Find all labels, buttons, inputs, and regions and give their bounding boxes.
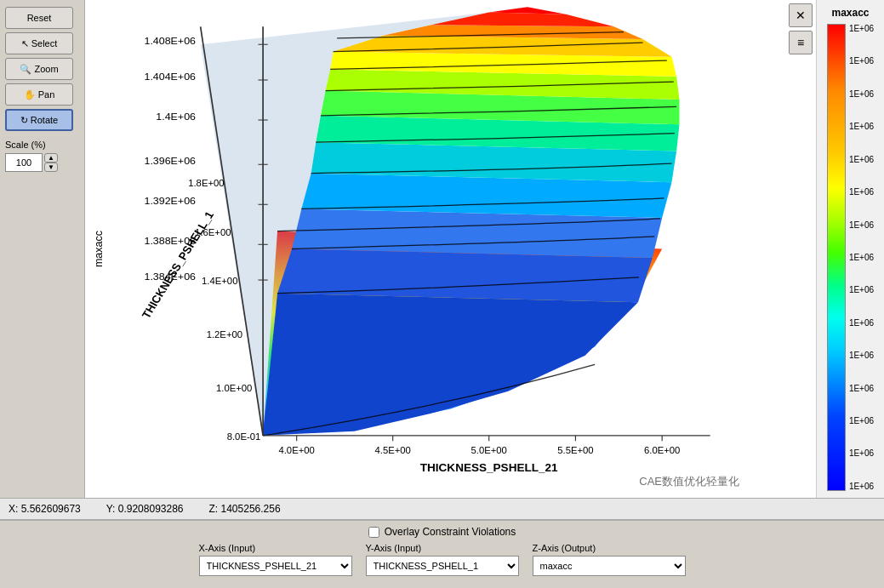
- y-axis-select[interactable]: THICKNESS_PSHELL_1: [366, 556, 519, 576]
- svg-text:8.0E-01: 8.0E-01: [227, 431, 261, 442]
- z-axis-select[interactable]: maxacc: [533, 556, 686, 576]
- settings-icon: ≡: [797, 36, 804, 49]
- y-coord: Y: 0.9208093286: [106, 503, 184, 515]
- zoom-button[interactable]: 🔍 Zoom: [5, 58, 73, 80]
- scale-input[interactable]: [5, 153, 43, 172]
- x-axis-group: X-Axis (Input) THICKNESS_PSHELL_21: [199, 543, 352, 576]
- z-axis-group: Z-Axis (Output) maxacc: [533, 543, 686, 576]
- scale-up-button[interactable]: ▲: [44, 153, 58, 163]
- surface-plot: 1.408E+06 1.404E+06 1.4E+06 1.396E+06 1.…: [85, 0, 816, 498]
- top-right-icons: ✕ ≡: [789, 3, 813, 54]
- svg-text:1.392E+06: 1.392E+06: [144, 196, 196, 207]
- select-button[interactable]: ↖ Select: [5, 32, 73, 54]
- scale-label: Scale (%): [5, 140, 79, 150]
- svg-marker-13: [277, 249, 653, 303]
- axis-selectors: X-Axis (Input) THICKNESS_PSHELL_21 Y-Axi…: [9, 543, 875, 576]
- cursor-icon: ↖: [21, 38, 29, 49]
- overlay-row: Overlay Constraint Violations: [9, 526, 875, 538]
- plot-area: Reset ↖ Select 🔍 Zoom ✋ Pan ↻ Rotate Sca…: [0, 0, 884, 498]
- y-axis-group: Y-Axis (Input) THICKNESS_PSHELL_1: [366, 543, 519, 576]
- x-coord: X: 5.562609673: [9, 503, 81, 515]
- close-icon-button[interactable]: ✕: [789, 3, 813, 27]
- rotate-icon: ↻: [20, 115, 28, 126]
- reset-button[interactable]: Reset: [5, 7, 73, 29]
- svg-text:4.0E+00: 4.0E+00: [278, 445, 314, 455]
- scale-row: ▲ ▼: [5, 153, 79, 172]
- plot-canvas: 1.408E+06 1.404E+06 1.4E+06 1.396E+06 1.…: [85, 0, 816, 498]
- main-container: Reset ↖ Select 🔍 Zoom ✋ Pan ↻ Rotate Sca…: [0, 0, 884, 588]
- svg-text:maxacc: maxacc: [92, 230, 106, 267]
- rotate-button[interactable]: ↻ Rotate: [5, 109, 73, 131]
- scale-down-button[interactable]: ▼: [44, 163, 58, 172]
- svg-text:5.5E+00: 5.5E+00: [557, 445, 593, 455]
- zoom-icon: 🔍: [20, 64, 31, 75]
- svg-text:4.5E+00: 4.5E+00: [374, 445, 410, 455]
- svg-text:1.408E+06: 1.408E+06: [144, 36, 196, 47]
- overlay-checkbox[interactable]: [368, 527, 379, 538]
- legend-gradient-bar: [827, 24, 846, 491]
- legend-title: maxacc: [831, 7, 869, 19]
- svg-text:1.396E+06: 1.396E+06: [144, 156, 196, 167]
- settings-icon-button[interactable]: ≡: [789, 31, 813, 54]
- z-coord: Z: 1405256.256: [209, 503, 281, 515]
- pan-icon: ✋: [24, 89, 36, 100]
- x-axis-select[interactable]: THICKNESS_PSHELL_21: [199, 556, 352, 576]
- svg-text:1.4E+00: 1.4E+00: [202, 277, 237, 287]
- legend-bar: 1E+06 1E+06 1E+06 1E+06 1E+06 1E+06 1E+0…: [827, 24, 874, 491]
- svg-text:1.404E+06: 1.404E+06: [144, 71, 196, 82]
- watermark: CAE数值优化轻量化: [639, 474, 739, 489]
- svg-text:1.4E+06: 1.4E+06: [156, 111, 196, 122]
- y-axis-label: Y-Axis (Input): [366, 543, 519, 553]
- z-axis-label: Z-Axis (Output): [533, 543, 686, 553]
- svg-text:1.2E+00: 1.2E+00: [207, 329, 242, 340]
- overlay-label: Overlay Constraint Violations: [385, 526, 516, 538]
- bottom-controls: Overlay Constraint Violations X-Axis (In…: [0, 520, 884, 588]
- color-legend: maxacc 1E+06 1E+06 1E+06 1E+06 1E+06 1E+…: [816, 0, 884, 498]
- svg-text:5.0E+00: 5.0E+00: [471, 445, 507, 455]
- legend-labels: 1E+06 1E+06 1E+06 1E+06 1E+06 1E+06 1E+0…: [849, 24, 874, 491]
- svg-text:6.0E+00: 6.0E+00: [644, 445, 680, 455]
- scale-spinner: ▲ ▼: [44, 153, 58, 172]
- svg-text:THICKNESS_PSHELL_21: THICKNESS_PSHELL_21: [420, 461, 558, 473]
- close-icon: ✕: [796, 9, 806, 22]
- x-axis-label: X-Axis (Input): [199, 543, 352, 553]
- status-bar: X: 5.562609673 Y: 0.9208093286 Z: 140525…: [0, 498, 884, 520]
- toolbar: Reset ↖ Select 🔍 Zoom ✋ Pan ↻ Rotate Sca…: [0, 0, 85, 498]
- pan-button[interactable]: ✋ Pan: [5, 83, 73, 106]
- svg-text:1.0E+00: 1.0E+00: [216, 383, 252, 393]
- svg-text:1.8E+00: 1.8E+00: [188, 179, 224, 189]
